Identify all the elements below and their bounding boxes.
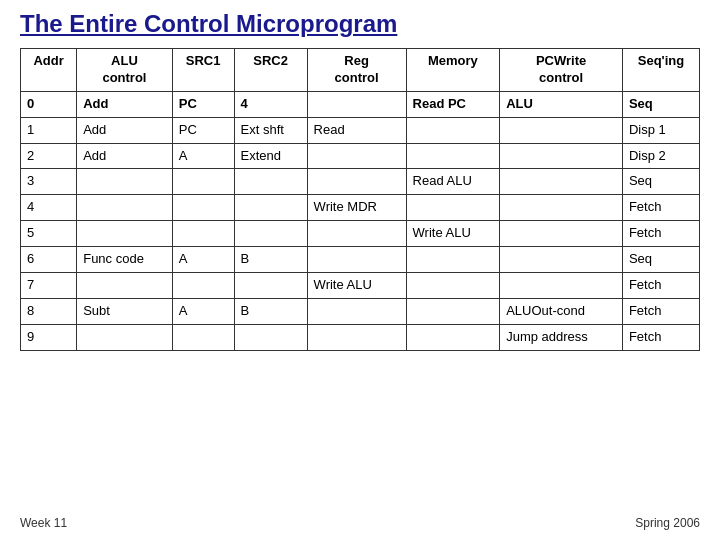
cell-r0-c7: Seq bbox=[622, 91, 699, 117]
cell-r8-c0: 8 bbox=[21, 298, 77, 324]
cell-r6-c0: 6 bbox=[21, 247, 77, 273]
table-row: 5Write ALUFetch bbox=[21, 221, 700, 247]
col-header-src1: SRC1 bbox=[172, 49, 234, 92]
cell-r3-c2 bbox=[172, 169, 234, 195]
footer-right: Spring 2006 bbox=[635, 516, 700, 530]
cell-r4-c1 bbox=[77, 195, 173, 221]
cell-r7-c7: Fetch bbox=[622, 273, 699, 299]
cell-r8-c2: A bbox=[172, 298, 234, 324]
cell-r1-c6 bbox=[500, 117, 623, 143]
cell-r8-c3: B bbox=[234, 298, 307, 324]
cell-r1-c7: Disp 1 bbox=[622, 117, 699, 143]
cell-r2-c5 bbox=[406, 143, 500, 169]
cell-r5-c5: Write ALU bbox=[406, 221, 500, 247]
cell-r0-c6: ALU bbox=[500, 91, 623, 117]
cell-r7-c3 bbox=[234, 273, 307, 299]
page-container: The Entire Control Microprogram Addr ALU… bbox=[0, 0, 720, 361]
cell-r6-c3: B bbox=[234, 247, 307, 273]
cell-r9-c4 bbox=[307, 324, 406, 350]
cell-r2-c1: Add bbox=[77, 143, 173, 169]
cell-r0-c2: PC bbox=[172, 91, 234, 117]
col-header-alu: ALUcontrol bbox=[77, 49, 173, 92]
cell-r3-c0: 3 bbox=[21, 169, 77, 195]
cell-r3-c3 bbox=[234, 169, 307, 195]
cell-r5-c6 bbox=[500, 221, 623, 247]
cell-r9-c5 bbox=[406, 324, 500, 350]
cell-r5-c4 bbox=[307, 221, 406, 247]
cell-r3-c7: Seq bbox=[622, 169, 699, 195]
cell-r0-c1: Add bbox=[77, 91, 173, 117]
cell-r8-c6: ALUOut-cond bbox=[500, 298, 623, 324]
table-row: 2AddAExtendDisp 2 bbox=[21, 143, 700, 169]
cell-r7-c6 bbox=[500, 273, 623, 299]
cell-r1-c3: Ext shft bbox=[234, 117, 307, 143]
cell-r5-c0: 5 bbox=[21, 221, 77, 247]
table-row: 9Jump addressFetch bbox=[21, 324, 700, 350]
cell-r4-c4: Write MDR bbox=[307, 195, 406, 221]
cell-r5-c2 bbox=[172, 221, 234, 247]
table-row: 6Func codeABSeq bbox=[21, 247, 700, 273]
cell-r9-c7: Fetch bbox=[622, 324, 699, 350]
table-row: 4Write MDRFetch bbox=[21, 195, 700, 221]
cell-r2-c7: Disp 2 bbox=[622, 143, 699, 169]
cell-r7-c4: Write ALU bbox=[307, 273, 406, 299]
cell-r1-c4: Read bbox=[307, 117, 406, 143]
cell-r7-c2 bbox=[172, 273, 234, 299]
cell-r0-c0: 0 bbox=[21, 91, 77, 117]
cell-r9-c6: Jump address bbox=[500, 324, 623, 350]
cell-r2-c3: Extend bbox=[234, 143, 307, 169]
cell-r3-c5: Read ALU bbox=[406, 169, 500, 195]
cell-r1-c2: PC bbox=[172, 117, 234, 143]
col-header-pcwrite: PCWritecontrol bbox=[500, 49, 623, 92]
cell-r0-c5: Read PC bbox=[406, 91, 500, 117]
cell-r3-c6 bbox=[500, 169, 623, 195]
table-row: 7Write ALUFetch bbox=[21, 273, 700, 299]
cell-r9-c2 bbox=[172, 324, 234, 350]
footer-left: Week 11 bbox=[20, 516, 67, 530]
cell-r3-c4 bbox=[307, 169, 406, 195]
cell-r2-c4 bbox=[307, 143, 406, 169]
cell-r8-c5 bbox=[406, 298, 500, 324]
table-row: 0AddPC4Read PCALUSeq bbox=[21, 91, 700, 117]
cell-r2-c6 bbox=[500, 143, 623, 169]
cell-r0-c3: 4 bbox=[234, 91, 307, 117]
cell-r3-c1 bbox=[77, 169, 173, 195]
cell-r6-c7: Seq bbox=[622, 247, 699, 273]
table-row: 8SubtABALUOut-condFetch bbox=[21, 298, 700, 324]
footer: Week 11 Spring 2006 bbox=[20, 516, 700, 530]
cell-r5-c7: Fetch bbox=[622, 221, 699, 247]
cell-r5-c1 bbox=[77, 221, 173, 247]
cell-r2-c0: 2 bbox=[21, 143, 77, 169]
cell-r1-c5 bbox=[406, 117, 500, 143]
cell-r9-c0: 9 bbox=[21, 324, 77, 350]
cell-r2-c2: A bbox=[172, 143, 234, 169]
cell-r0-c4 bbox=[307, 91, 406, 117]
cell-r8-c1: Subt bbox=[77, 298, 173, 324]
page-title: The Entire Control Microprogram bbox=[20, 10, 700, 38]
cell-r6-c1: Func code bbox=[77, 247, 173, 273]
cell-r4-c6 bbox=[500, 195, 623, 221]
cell-r5-c3 bbox=[234, 221, 307, 247]
cell-r4-c7: Fetch bbox=[622, 195, 699, 221]
cell-r4-c3 bbox=[234, 195, 307, 221]
table-row: 3Read ALUSeq bbox=[21, 169, 700, 195]
cell-r4-c5 bbox=[406, 195, 500, 221]
table-row: 1AddPCExt shftReadDisp 1 bbox=[21, 117, 700, 143]
cell-r6-c2: A bbox=[172, 247, 234, 273]
cell-r6-c6 bbox=[500, 247, 623, 273]
cell-r6-c5 bbox=[406, 247, 500, 273]
col-header-addr: Addr bbox=[21, 49, 77, 92]
cell-r9-c1 bbox=[77, 324, 173, 350]
cell-r8-c4 bbox=[307, 298, 406, 324]
col-header-src2: SRC2 bbox=[234, 49, 307, 92]
col-header-reg: Regcontrol bbox=[307, 49, 406, 92]
cell-r1-c0: 1 bbox=[21, 117, 77, 143]
col-header-seqing: Seq'ing bbox=[622, 49, 699, 92]
cell-r6-c4 bbox=[307, 247, 406, 273]
microprogram-table: Addr ALUcontrol SRC1 SRC2 Regcontrol Mem… bbox=[20, 48, 700, 351]
col-header-memory: Memory bbox=[406, 49, 500, 92]
cell-r7-c1 bbox=[77, 273, 173, 299]
cell-r7-c0: 7 bbox=[21, 273, 77, 299]
cell-r4-c2 bbox=[172, 195, 234, 221]
cell-r8-c7: Fetch bbox=[622, 298, 699, 324]
